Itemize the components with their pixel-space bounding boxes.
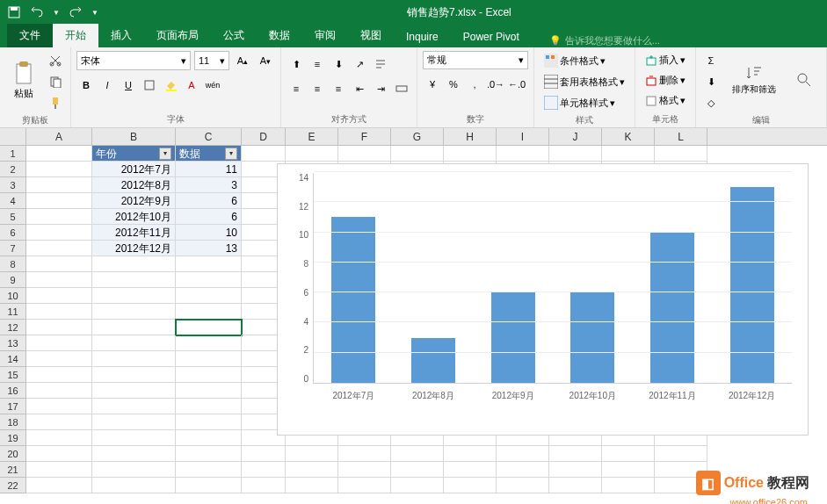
cell[interactable] (176, 383, 242, 399)
clear-button[interactable]: ◇ (701, 93, 721, 112)
cell[interactable] (176, 446, 242, 462)
row-header[interactable]: 20 (0, 446, 26, 462)
tab-file[interactable]: 文件 (7, 24, 53, 47)
cell[interactable] (26, 193, 92, 209)
col-header-E[interactable]: E (286, 128, 338, 145)
merge-button[interactable] (392, 79, 411, 98)
row-header[interactable]: 4 (0, 193, 26, 209)
cell[interactable] (655, 146, 707, 162)
cell[interactable] (176, 367, 242, 383)
cell[interactable] (286, 146, 338, 162)
row-header[interactable]: 5 (0, 209, 26, 225)
cell[interactable]: 2012年9月 (92, 193, 176, 209)
row-header[interactable]: 15 (0, 367, 26, 383)
cell[interactable] (26, 225, 92, 241)
cell[interactable] (26, 335, 92, 351)
row-header[interactable]: 12 (0, 320, 26, 335)
cell[interactable] (176, 414, 242, 430)
select-all-corner[interactable] (0, 128, 26, 145)
phonetic-button[interactable]: wén (203, 76, 222, 95)
cell[interactable] (92, 430, 176, 446)
cell[interactable] (92, 399, 176, 414)
cell[interactable]: 13 (176, 241, 242, 256)
cell[interactable] (92, 304, 176, 320)
cell[interactable] (176, 304, 242, 320)
cell[interactable] (176, 462, 242, 478)
cell[interactable] (176, 320, 242, 335)
cell[interactable] (602, 478, 655, 493)
row-header[interactable]: 14 (0, 351, 26, 367)
cell[interactable] (92, 288, 176, 304)
cell[interactable]: 11 (176, 162, 242, 177)
cut-button[interactable] (46, 51, 65, 70)
cell[interactable] (26, 446, 92, 462)
format-painter-button[interactable] (46, 93, 65, 112)
sort-filter-button[interactable]: 排序和筛选 (724, 51, 784, 109)
tab-layout[interactable]: 页面布局 (144, 24, 211, 47)
cell[interactable] (391, 146, 444, 162)
cell[interactable] (602, 446, 655, 462)
font-name-dropdown[interactable]: 宋体▾ (76, 51, 191, 70)
col-header-L[interactable]: L (655, 128, 707, 145)
cell[interactable]: 2012年7月 (92, 162, 176, 177)
redo-icon[interactable] (69, 5, 83, 19)
tab-data[interactable]: 数据 (257, 24, 302, 47)
embedded-chart[interactable]: 14121086420 2012年7月2012年8月2012年9月2012年10… (277, 163, 809, 436)
chart-bar[interactable] (650, 233, 694, 383)
cell[interactable] (176, 288, 242, 304)
cell[interactable]: 2012年12月 (92, 241, 176, 256)
cell[interactable] (26, 177, 92, 193)
chart-bar[interactable] (331, 217, 375, 383)
cell[interactable] (338, 446, 391, 462)
number-format-dropdown[interactable]: 常规▾ (423, 51, 528, 69)
cell[interactable] (92, 320, 176, 335)
cell[interactable] (602, 462, 655, 478)
align-center-button[interactable]: ≡ (308, 79, 327, 98)
chart-bar[interactable] (491, 292, 535, 383)
align-left-button[interactable]: ≡ (287, 79, 306, 98)
row-header[interactable]: 10 (0, 288, 26, 304)
currency-button[interactable]: ¥ (423, 75, 442, 94)
cell[interactable] (92, 335, 176, 351)
cell[interactable] (92, 351, 176, 367)
col-header-B[interactable]: B (92, 128, 176, 145)
row-header[interactable]: 2 (0, 162, 26, 177)
table-format-button[interactable]: 套用表格格式 ▾ (540, 72, 629, 91)
cell[interactable] (242, 462, 286, 478)
cell[interactable]: 2012年11月 (92, 225, 176, 241)
cell[interactable] (497, 146, 549, 162)
cell[interactable] (444, 478, 497, 493)
cell[interactable] (602, 146, 655, 162)
tab-review[interactable]: 审阅 (302, 24, 348, 47)
find-button[interactable] (787, 51, 821, 109)
increase-indent-button[interactable]: ⇥ (371, 79, 390, 98)
cell[interactable] (92, 414, 176, 430)
chart-bar[interactable] (730, 187, 774, 383)
decrease-indent-button[interactable]: ⇤ (350, 79, 369, 98)
col-header-C[interactable]: C (176, 128, 242, 145)
cell[interactable] (338, 478, 391, 493)
wrap-text-button[interactable] (371, 54, 390, 74)
cell[interactable] (286, 462, 338, 478)
cell[interactable] (549, 462, 602, 478)
font-size-dropdown[interactable]: 11▾ (194, 51, 229, 70)
decrease-decimal-button[interactable]: ←.0 (507, 75, 526, 94)
cell[interactable] (549, 146, 602, 162)
cell[interactable] (655, 446, 707, 462)
cell[interactable]: 2012年8月 (92, 177, 176, 193)
cell[interactable] (176, 478, 242, 493)
cell[interactable] (242, 478, 286, 493)
tab-formulas[interactable]: 公式 (211, 24, 257, 47)
tab-inquire[interactable]: Inquire (394, 26, 451, 47)
cell[interactable] (26, 462, 92, 478)
cell[interactable] (26, 256, 92, 272)
percent-button[interactable]: % (444, 75, 463, 94)
col-header-A[interactable]: A (26, 128, 92, 145)
align-middle-button[interactable]: ≡ (308, 54, 327, 74)
cell[interactable] (92, 256, 176, 272)
col-header-D[interactable]: D (242, 128, 286, 145)
cell[interactable] (391, 446, 444, 462)
cell[interactable] (26, 414, 92, 430)
align-right-button[interactable]: ≡ (329, 79, 348, 98)
undo-dropdown-icon[interactable]: ▼ (53, 9, 60, 17)
